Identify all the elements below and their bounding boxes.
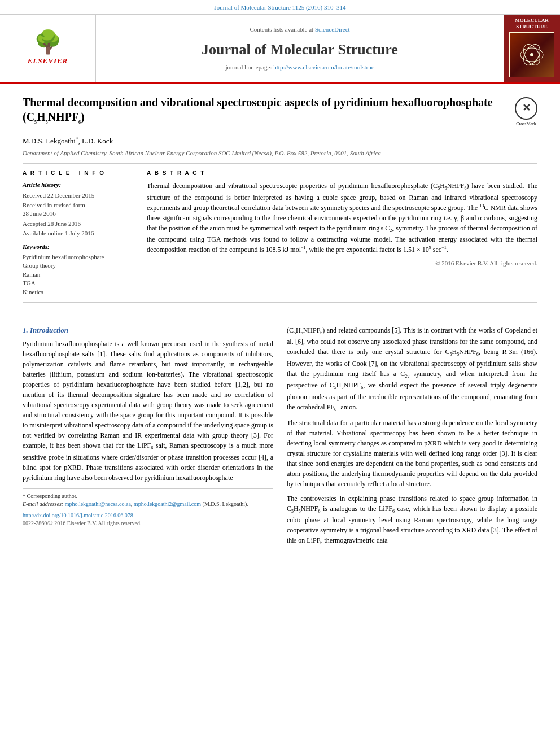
journal-header-center: Contents lists available at ScienceDirec… bbox=[96, 15, 504, 82]
article-title: Thermal decomposition and vibrational sp… bbox=[23, 95, 509, 125]
affiliation: Department of Applied Chemistry, South A… bbox=[23, 149, 537, 158]
main-content: 1. Introduction Pyridinium hexafluoropho… bbox=[0, 320, 560, 563]
paper-body: Thermal decomposition and vibrational sp… bbox=[0, 84, 560, 320]
elsevier-label: ELSEVIER bbox=[28, 56, 68, 66]
keywords-section: Keywords: Pyridinium hexafluorophosphate… bbox=[23, 243, 135, 296]
cover-title: MOLECULARSTRUCTURE bbox=[509, 18, 554, 30]
journal-reference: Journal of Molecular Structure 1125 (201… bbox=[215, 4, 346, 11]
article-info-heading: A R T I C L E I N F O bbox=[23, 169, 135, 177]
received-date: Received 22 December 2015 bbox=[23, 191, 135, 200]
authors-line: M.D.S. Lekgoathi*, L.D. Kock bbox=[23, 136, 537, 147]
abstract-text: Thermal decomposition and vibrational sp… bbox=[147, 181, 537, 255]
left-column: 1. Introduction Pyridinium hexafluoropho… bbox=[23, 325, 273, 552]
journal-title: Journal of Molecular Structure bbox=[202, 40, 398, 60]
email-1[interactable]: mpho.lekgoathi@necsa.co.za bbox=[65, 501, 131, 507]
journal-header: 🌳 ELSEVIER Contents lists available at S… bbox=[0, 15, 560, 84]
keyword-4: TGA bbox=[23, 279, 135, 287]
intro-paragraph-2: (C5H5NHPF6) and related compounds [5]. T… bbox=[287, 325, 537, 413]
corresponding-note: * Corresponding author. bbox=[23, 492, 273, 500]
keyword-5: Kinetics bbox=[23, 288, 135, 296]
cover-image-placeholder bbox=[509, 32, 554, 77]
homepage-line: journal homepage: http://www.elsevier.co… bbox=[225, 63, 374, 72]
intro-paragraph-1: Pyridinium hexafluorophosphate is a well… bbox=[23, 339, 273, 482]
abstract-column: A B S T R A C T Thermal decomposition an… bbox=[147, 169, 537, 296]
intro-paragraph-3: The structural data for a particular mat… bbox=[287, 418, 537, 489]
divider-2 bbox=[23, 302, 537, 303]
email-2[interactable]: mpho.lekgoathi2@gmail.com bbox=[134, 501, 201, 507]
info-abstract-section: A R T I C L E I N F O Article history: R… bbox=[23, 169, 537, 296]
doi-line: http://dx.doi.org/10.1016/j.molstruc.201… bbox=[23, 512, 273, 519]
sciencedirect-link[interactable]: ScienceDirect bbox=[315, 26, 350, 33]
elsevier-tree-icon: 🌳 bbox=[34, 31, 62, 54]
intro-paragraph-4: The controversies in explaining phase tr… bbox=[287, 493, 537, 547]
footnote-section: * Corresponding author. E-mail addresses… bbox=[23, 488, 273, 527]
journal-reference-bar: Journal of Molecular Structure 1125 (201… bbox=[0, 0, 560, 15]
keyword-3: Raman bbox=[23, 270, 135, 279]
intro-section-title: 1. Introduction bbox=[23, 325, 273, 335]
two-column-main: 1. Introduction Pyridinium hexafluoropho… bbox=[23, 325, 537, 552]
keywords-label: Keywords: bbox=[23, 243, 135, 251]
issn-line: 0022-2860/© 2016 Elsevier B.V. All right… bbox=[23, 519, 273, 527]
email-suffix: (M.D.S. Lekgoathi). bbox=[203, 501, 248, 507]
svg-point-3 bbox=[530, 53, 533, 56]
crossmark-badge: ✕ CrossMark bbox=[515, 97, 537, 127]
copyright-notice: © 2016 Elsevier B.V. All rights reserved… bbox=[147, 259, 537, 268]
accepted-date: Accepted 28 June 2016 bbox=[23, 220, 135, 228]
keyword-1: Pyridinium hexafluorophosphate bbox=[23, 253, 135, 261]
divider-1 bbox=[23, 163, 537, 164]
abstract-heading: A B S T R A C T bbox=[147, 169, 537, 177]
homepage-url[interactable]: http://www.elsevier.com/locate/molstruc bbox=[273, 64, 374, 71]
article-info-column: A R T I C L E I N F O Article history: R… bbox=[23, 169, 135, 296]
right-column: (C5H5NHPF6) and related compounds [5]. T… bbox=[287, 325, 537, 552]
available-date: Available online 1 July 2016 bbox=[23, 229, 135, 238]
doi-link[interactable]: http://dx.doi.org/10.1016/j.molstruc.201… bbox=[23, 512, 133, 518]
contents-available: Contents lists available at ScienceDirec… bbox=[250, 25, 349, 34]
article-history-label: Article history: bbox=[23, 181, 135, 189]
email-addresses: E-mail addresses: mpho.lekgoathi@necsa.c… bbox=[23, 500, 273, 508]
keyword-2: Group theory bbox=[23, 261, 135, 270]
journal-cover-image: MOLECULARSTRUCTURE bbox=[504, 15, 560, 82]
revised-date: Received in revised form28 June 2016 bbox=[23, 201, 135, 219]
elsevier-logo-section: 🌳 ELSEVIER bbox=[0, 15, 96, 82]
crossmark-icon: ✕ bbox=[515, 97, 537, 120]
